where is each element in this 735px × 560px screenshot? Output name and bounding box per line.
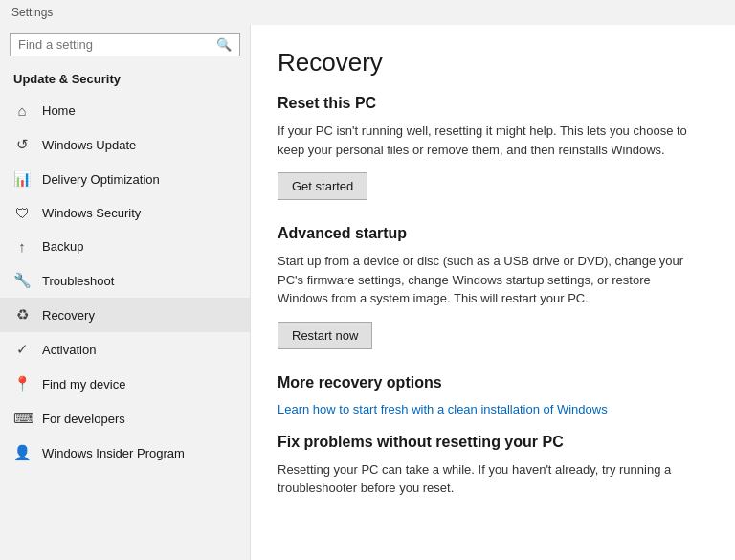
title-bar: Settings: [0, 0, 735, 25]
get-started-button[interactable]: Get started: [278, 172, 368, 200]
windows-update-icon: ↺: [13, 136, 31, 153]
advanced-startup-section: Advanced startup Start up from a device …: [278, 225, 704, 357]
sidebar-items: ⌂Home↺Windows Update📊Delivery Optimizati…: [0, 94, 250, 470]
sidebar-item-activation[interactable]: ✓Activation: [0, 332, 250, 367]
sidebar-item-label-windows-security: Windows Security: [42, 206, 141, 220]
sidebar-item-recovery[interactable]: ♻Recovery: [0, 298, 250, 332]
find-my-device-icon: 📍: [13, 375, 31, 392]
recovery-icon: ♻: [13, 306, 31, 324]
main-content: Recovery Reset this PC If your PC isn't …: [251, 25, 735, 560]
page-title: Recovery: [278, 48, 704, 78]
activation-icon: ✓: [13, 341, 31, 358]
windows-insider-icon: 👤: [13, 444, 31, 461]
reset-pc-desc: If your PC isn't running well, resetting…: [278, 122, 704, 159]
sidebar-item-label-home: Home: [42, 103, 76, 118]
sidebar-item-label-windows-insider: Windows Insider Program: [42, 446, 185, 460]
reset-pc-section: Reset this PC If your PC isn't running w…: [278, 95, 704, 208]
home-icon: ⌂: [13, 102, 31, 119]
delivery-optimization-icon: 📊: [13, 170, 31, 188]
app-title: Settings: [11, 6, 53, 19]
sidebar-item-label-for-developers: For developers: [42, 412, 125, 426]
sidebar-item-label-backup: Backup: [42, 239, 83, 254]
clean-install-link[interactable]: Learn how to start fresh with a clean in…: [278, 402, 608, 416]
sidebar-item-label-activation: Activation: [42, 343, 96, 357]
search-icon: 🔍: [216, 37, 232, 52]
sidebar-item-label-recovery: Recovery: [42, 308, 95, 323]
backup-icon: ↑: [13, 238, 31, 255]
sidebar-section-title: Update & Security: [0, 66, 250, 94]
advanced-startup-title: Advanced startup: [278, 225, 704, 242]
search-box[interactable]: 🔍: [10, 33, 240, 56]
restart-now-button[interactable]: Restart now: [278, 322, 372, 349]
sidebar-item-windows-insider[interactable]: 👤Windows Insider Program: [0, 436, 250, 470]
sidebar-item-troubleshoot[interactable]: 🔧Troubleshoot: [0, 263, 250, 298]
for-developers-icon: ⌨: [13, 410, 31, 427]
sidebar-item-label-windows-update: Windows Update: [42, 138, 136, 152]
sidebar-item-for-developers[interactable]: ⌨For developers: [0, 401, 250, 436]
sidebar-item-home[interactable]: ⌂Home: [0, 94, 250, 127]
fix-problems-section: Fix problems without resetting your PC R…: [278, 434, 704, 498]
reset-pc-title: Reset this PC: [278, 95, 704, 112]
search-input[interactable]: [18, 37, 216, 52]
fix-problems-title: Fix problems without resetting your PC: [278, 434, 704, 451]
sidebar: 🔍 Update & Security ⌂Home↺Windows Update…: [0, 25, 251, 560]
more-recovery-options-section: More recovery options Learn how to start…: [278, 374, 704, 416]
windows-security-icon: 🛡: [13, 205, 31, 221]
sidebar-item-windows-security[interactable]: 🛡Windows Security: [0, 196, 250, 230]
main-layout: 🔍 Update & Security ⌂Home↺Windows Update…: [0, 25, 735, 560]
advanced-startup-desc: Start up from a device or disc (such as …: [278, 252, 704, 308]
sidebar-item-label-find-my-device: Find my device: [42, 377, 125, 392]
sidebar-item-backup[interactable]: ↑Backup: [0, 230, 250, 263]
troubleshoot-icon: 🔧: [13, 272, 31, 289]
sidebar-item-label-delivery-optimization: Delivery Optimization: [42, 172, 160, 187]
sidebar-item-windows-update[interactable]: ↺Windows Update: [0, 127, 250, 162]
sidebar-item-delivery-optimization[interactable]: 📊Delivery Optimization: [0, 162, 250, 196]
sidebar-item-label-troubleshoot: Troubleshoot: [42, 274, 114, 288]
sidebar-item-find-my-device[interactable]: 📍Find my device: [0, 367, 250, 401]
more-recovery-options-title: More recovery options: [278, 374, 704, 392]
fix-problems-desc: Resetting your PC can take a while. If y…: [278, 460, 704, 498]
